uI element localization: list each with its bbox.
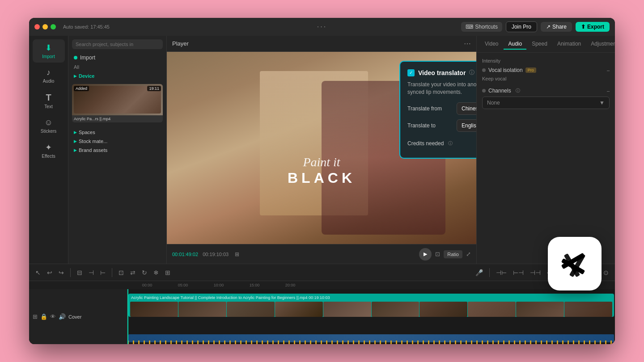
- duration-badge: 19:11: [147, 86, 161, 91]
- brand-assets-section[interactable]: ▶ Brand assets: [68, 146, 166, 155]
- credits-label: Credits needed: [407, 140, 444, 147]
- mic-tool[interactable]: 🎤: [474, 267, 485, 278]
- join-pro-button[interactable]: Join Pro: [506, 21, 537, 32]
- maximize-button[interactable]: [51, 24, 56, 29]
- play-button[interactable]: ▶: [419, 248, 432, 261]
- spaces-section[interactable]: ▶ Spaces: [68, 128, 166, 137]
- track-visibility-icon[interactable]: 👁: [50, 313, 56, 320]
- thumbnail-5: [323, 302, 371, 317]
- sidebar-item-audio[interactable]: ♪ Audio: [33, 64, 65, 87]
- player-title: Player: [172, 40, 464, 47]
- channels-title: Channels: [488, 88, 511, 94]
- ruler-mark-4: 20:00: [272, 283, 308, 287]
- player-menu-button[interactable]: ⋯: [464, 39, 471, 48]
- timeline-toolbar: ↖ ↩ ↪ ⊟ ⊣ ⊢ ⊡ ⇄ ↻ ❄ ⊞ 🎤 ⊣⊢ ⊢⊣ ⊣⊣ ⇔ ⊞ ☺ ➖: [29, 264, 615, 281]
- intensity-label: Intensity: [482, 58, 610, 63]
- flip-tool[interactable]: ⇄: [128, 267, 137, 278]
- stock-mate-section[interactable]: ▶ Stock mate...: [68, 137, 166, 146]
- vocal-isolation-header: Vocal isolation Pro –: [482, 67, 610, 73]
- vt-checkbox[interactable]: ✓: [407, 69, 415, 76]
- thumbnail-6: [372, 302, 419, 317]
- sidebar-item-stickers[interactable]: ☺ Stickers: [33, 114, 65, 137]
- image-tool[interactable]: ⊞: [163, 267, 172, 278]
- credits-info-icon[interactable]: ⓘ: [448, 140, 453, 147]
- sidebar-item-import[interactable]: ⬇ Import: [33, 39, 65, 63]
- ruler-marks: 00:00 05:00 10:00 15:00 20:00: [127, 281, 615, 289]
- vt-info-icon[interactable]: ⓘ: [469, 69, 475, 76]
- undo-tool[interactable]: ↩: [45, 267, 54, 278]
- vocal-isolation-toggle[interactable]: [482, 68, 486, 72]
- track-settings-icon[interactable]: ⊞: [33, 313, 38, 320]
- translate-to-row: Translate to English ▼: [407, 119, 476, 132]
- trim-end-tool[interactable]: ⊢: [98, 267, 107, 278]
- zoom-tool[interactable]: ⊙: [602, 267, 610, 278]
- toolbar-separator-3: [489, 268, 490, 277]
- translate-from-select[interactable]: Chinese ▼: [457, 102, 476, 115]
- media-thumbnail[interactable]: Added 19:11 Acrylic Pa...rs ||.mp4: [72, 84, 163, 122]
- tab-speed[interactable]: Speed: [527, 39, 552, 50]
- tool-r2[interactable]: ⊢⊣: [511, 267, 525, 278]
- layout-icon[interactable]: ⊞: [235, 251, 239, 257]
- video-track-label: Acrylic Painting Landscape Tutorial || C…: [131, 295, 611, 300]
- thumbnail-3: [227, 302, 275, 317]
- channels-expand[interactable]: –: [607, 88, 610, 93]
- device-section[interactable]: ▶ Device: [68, 72, 166, 80]
- capcut-logo-icon: [557, 246, 593, 282]
- vocal-isolation-sub: Keep vocal: [482, 76, 610, 81]
- import-row[interactable]: Import: [68, 53, 166, 63]
- screenshot-icon[interactable]: ⊡: [435, 251, 440, 257]
- track-lock-icon[interactable]: 🔒: [40, 313, 47, 320]
- redo-tool[interactable]: ↪: [57, 267, 66, 278]
- crop-tool[interactable]: ⊡: [117, 267, 126, 278]
- thumbnail-10: [564, 302, 612, 317]
- split-tool[interactable]: ⊟: [75, 267, 84, 278]
- share-icon: ↗: [546, 24, 551, 30]
- import-icon: ⬇: [45, 43, 52, 53]
- select-tool[interactable]: ↖: [34, 267, 42, 278]
- share-button[interactable]: ↗ Share: [541, 22, 572, 32]
- video-track[interactable]: Acrylic Painting Landscape Tutorial || C…: [128, 294, 614, 317]
- toolbar-separator-1: [70, 268, 71, 277]
- tab-audio[interactable]: Audio: [504, 39, 526, 50]
- tab-adjustment[interactable]: Adjustment: [586, 39, 615, 50]
- ratio-button[interactable]: Ratio: [444, 250, 462, 258]
- player-controls: 00:01:49:02 00:19:10:03 ⊞ ▶ ⊡ Ratio ⤢: [167, 244, 476, 264]
- rotate-tool[interactable]: ↻: [140, 267, 149, 278]
- translate-to-select[interactable]: English ▼: [457, 119, 476, 132]
- tab-video[interactable]: Video: [480, 39, 503, 50]
- shortcuts-button[interactable]: ⌨ Shortcuts: [461, 22, 502, 32]
- fullscreen-icon[interactable]: ⤢: [466, 251, 471, 257]
- channels-select[interactable]: None ▼: [482, 97, 610, 109]
- brand-arrow: ▶: [74, 148, 77, 152]
- trim-start-tool[interactable]: ⊣: [87, 267, 96, 278]
- import-dot: [74, 56, 77, 59]
- thumbnail-7: [419, 302, 467, 317]
- vocal-isolation-title: Vocal isolation: [488, 67, 523, 73]
- stock-arrow: ▶: [74, 139, 77, 143]
- close-button[interactable]: [34, 24, 40, 29]
- video-title-text: BLACK: [288, 170, 356, 186]
- channels-info-icon[interactable]: ⓘ: [516, 88, 520, 94]
- track-audio-icon[interactable]: 🔊: [59, 313, 66, 320]
- vocal-isolation-expand[interactable]: –: [607, 67, 610, 73]
- vt-title: Video translator: [418, 69, 466, 76]
- tab-animation[interactable]: Animation: [553, 39, 585, 50]
- titlebar-right: ⌨ Shortcuts Join Pro ↗ Share ⬆ Export: [461, 21, 610, 32]
- sidebar-item-text[interactable]: T Text: [33, 89, 65, 113]
- minimize-button[interactable]: [42, 24, 48, 29]
- import-label: Import: [80, 55, 95, 61]
- freeze-tool[interactable]: ❄: [152, 267, 161, 278]
- spaces-arrow: ▶: [74, 130, 77, 135]
- export-button[interactable]: ⬆ Export: [576, 22, 610, 32]
- tool-r1[interactable]: ⊣⊢: [494, 267, 508, 278]
- playhead[interactable]: [127, 289, 128, 344]
- sidebar-item-effects[interactable]: ✦ Effects: [33, 139, 65, 162]
- thumbnail-9: [516, 302, 564, 317]
- track-controls: ⊞ 🔒 👁 🔊 Cover: [29, 289, 127, 344]
- tool-r3[interactable]: ⊣⊣: [528, 267, 542, 278]
- thumbnail-2: [178, 302, 226, 317]
- search-input[interactable]: [72, 39, 163, 49]
- stickers-icon: ☺: [44, 118, 52, 127]
- window-dots: ···: [317, 23, 327, 31]
- channels-toggle[interactable]: [482, 89, 486, 93]
